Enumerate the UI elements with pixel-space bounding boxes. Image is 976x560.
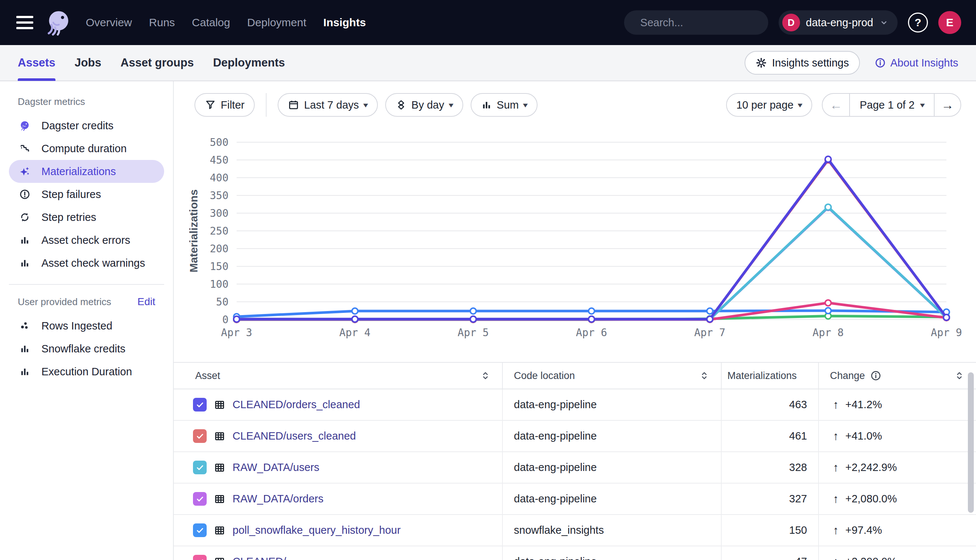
series-checkbox[interactable] <box>193 461 207 474</box>
column-header-code-location[interactable]: Code location <box>502 363 721 388</box>
insights-settings-button[interactable]: Insights settings <box>745 51 860 75</box>
svg-text:400: 400 <box>210 172 229 184</box>
sidebar-item-snowflake-credits[interactable]: Snowflake credits <box>9 337 164 360</box>
column-header-materializations[interactable]: Materializations <box>721 363 818 388</box>
chart-toolbar: Filter Last 7 days ▾ By day ▾ Sum ▾ <box>174 81 976 129</box>
sidebar-item-asset-check-warnings[interactable]: Asset check warnings <box>9 252 164 275</box>
global-search[interactable]: / <box>624 10 768 35</box>
materializations-cell: 150 <box>721 515 818 546</box>
tabs: AssetsJobsAsset groupsDeployments <box>18 45 285 80</box>
sidebar-item-label: Asset check warnings <box>42 257 145 269</box>
tab-jobs[interactable]: Jobs <box>75 45 101 80</box>
svg-text:50: 50 <box>216 296 229 308</box>
sidebar-section-title: Dagster metrics <box>18 96 85 107</box>
calendar-icon <box>288 99 299 110</box>
svg-text:250: 250 <box>210 225 229 237</box>
deployment-switcher[interactable]: D data-eng-prod <box>779 10 897 35</box>
table-row: CLEANED/...data-eng-pipeline47↑+2,200.0% <box>174 546 976 560</box>
user-avatar[interactable]: E <box>938 11 961 34</box>
insights-tab-bar: AssetsJobsAsset groupsDeployments Insigh… <box>0 45 976 81</box>
column-header-change[interactable]: Change <box>818 363 976 388</box>
menu-icon[interactable] <box>16 16 33 29</box>
asset-cell: CLEANED/orders_cleaned <box>174 389 502 420</box>
table-row: CLEANED/users_cleaneddata-eng-pipeline46… <box>174 421 976 452</box>
sidebar-item-rows-ingested[interactable]: Rows Ingested <box>9 314 164 337</box>
asset-link[interactable]: RAW_DATA/users <box>232 462 319 473</box>
assets-table: Asset Code location Materializations Cha… <box>174 362 976 560</box>
code-location-cell: snowflake_insights <box>502 515 721 546</box>
info-icon <box>875 57 886 68</box>
help-icon[interactable]: ? <box>908 13 928 33</box>
dagster-logo-icon <box>18 118 32 133</box>
series-checkbox[interactable] <box>193 523 207 537</box>
asset-link[interactable]: CLEANED/users_cleaned <box>232 430 356 442</box>
bar-chart-icon <box>18 233 32 247</box>
series-checkbox[interactable] <box>193 398 207 412</box>
nav-item-catalog[interactable]: Catalog <box>192 16 230 29</box>
sort-icon[interactable] <box>699 370 710 381</box>
prev-page-button[interactable]: ← <box>822 94 849 116</box>
sidebar-item-step-retries[interactable]: Step retries <box>9 206 164 229</box>
asset-cell: RAW_DATA/users <box>174 452 502 483</box>
series-checkbox[interactable] <box>193 492 207 506</box>
tab-deployments[interactable]: Deployments <box>213 45 285 80</box>
date-range-button[interactable]: Last 7 days ▾ <box>277 93 378 117</box>
svg-text:350: 350 <box>210 190 229 202</box>
asset-link[interactable]: CLEANED/... <box>232 555 295 560</box>
table-header-row: Asset Code location Materializations Cha… <box>174 363 976 389</box>
about-insights-link[interactable]: About Insights <box>875 57 958 69</box>
aggregation-button[interactable]: Sum ▾ <box>471 93 538 117</box>
code-location-cell: data-eng-pipeline <box>502 389 721 420</box>
sidebar-item-materializations[interactable]: Materializations <box>9 160 164 183</box>
svg-text:300: 300 <box>210 207 229 219</box>
tab-assets[interactable]: Assets <box>18 45 55 80</box>
gear-icon <box>755 57 767 68</box>
bar-chart-icon <box>18 342 32 356</box>
sort-icon[interactable] <box>954 370 965 381</box>
code-location-cell: data-eng-pipeline <box>502 452 721 483</box>
group-by-button[interactable]: By day ▾ <box>385 93 463 117</box>
sort-icon[interactable] <box>480 370 491 381</box>
change-cell: ↑+2,242.9% <box>818 452 976 483</box>
table-scrollbar[interactable] <box>968 372 974 513</box>
change-value: +41.2% <box>846 398 882 411</box>
series-checkbox[interactable] <box>193 555 207 560</box>
edit-metrics-link[interactable]: Edit <box>137 296 155 308</box>
asset-link[interactable]: RAW_DATA/orders <box>232 493 324 505</box>
layers-icon <box>396 99 407 110</box>
page-indicator-dropdown[interactable]: Page 1 of 2 ▾ <box>849 94 934 116</box>
tab-asset-groups[interactable]: Asset groups <box>120 45 194 80</box>
filter-button[interactable]: Filter <box>194 93 255 117</box>
sidebar-item-asset-check-errors[interactable]: Asset check errors <box>9 229 164 252</box>
asset-link[interactable]: poll_snowflake_query_history_hour <box>232 524 401 537</box>
table-asset-icon <box>214 525 225 536</box>
info-icon[interactable] <box>870 370 881 381</box>
x-axis-tick: Apr 8 <box>812 327 844 339</box>
change-cell: ↑+41.2% <box>818 389 976 420</box>
svg-text:0: 0 <box>222 313 229 326</box>
dagster-logo-icon[interactable] <box>43 8 72 37</box>
per-page-dropdown[interactable]: 10 per page ▾ <box>726 93 812 117</box>
search-input[interactable] <box>640 17 780 29</box>
chevron-down-icon: ▾ <box>448 100 453 109</box>
toolbar-divider <box>266 93 267 117</box>
nav-item-insights[interactable]: Insights <box>324 16 366 29</box>
series-checkbox[interactable] <box>193 429 207 443</box>
table-asset-icon <box>214 399 225 410</box>
asset-link[interactable]: CLEANED/orders_cleaned <box>232 398 360 411</box>
table-asset-icon <box>214 556 225 560</box>
chart-line-raw-data-users <box>237 207 946 319</box>
next-page-button[interactable]: → <box>934 94 961 116</box>
sidebar-item-execution-duration[interactable]: Execution Duration <box>9 360 164 383</box>
column-header-asset[interactable]: Asset <box>174 363 502 388</box>
sidebar-divider <box>9 284 164 285</box>
sidebar-item-compute-duration[interactable]: Compute duration <box>9 137 164 160</box>
sidebar-item-dagster-credits[interactable]: Dagster credits <box>9 114 164 137</box>
nav-item-deployment[interactable]: Deployment <box>247 16 306 29</box>
sidebar-item-step-failures[interactable]: Step failures <box>9 183 164 206</box>
chart-line-cleaned-orders-cleaned <box>237 159 946 319</box>
change-cell: ↑+97.4% <box>818 515 976 546</box>
svg-text:150: 150 <box>210 260 229 273</box>
nav-item-overview[interactable]: Overview <box>86 16 132 29</box>
nav-item-runs[interactable]: Runs <box>149 16 175 29</box>
